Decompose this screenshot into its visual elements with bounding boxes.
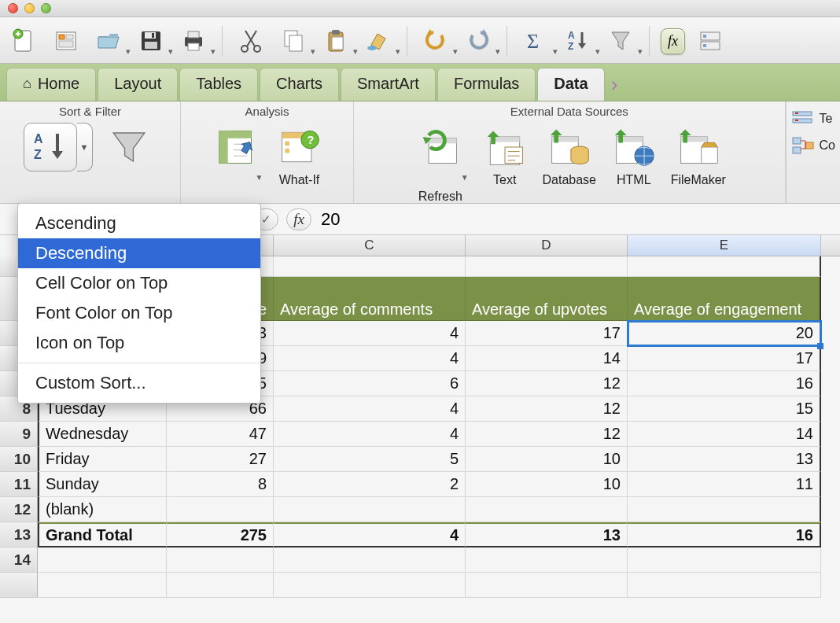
fx-toolbox-button[interactable]: fx	[661, 28, 685, 54]
menu-item-cell-color-on-top[interactable]: Cell Color on Top	[18, 268, 260, 298]
cell[interactable]: Grand Total	[38, 522, 167, 547]
cell[interactable]: 2	[274, 472, 466, 497]
cell[interactable]: 17	[466, 321, 628, 346]
row-header[interactable]: 10	[0, 447, 38, 472]
tab-tables[interactable]: Tables	[179, 68, 258, 101]
cell[interactable]	[38, 573, 167, 598]
sort-button[interactable]: AZ ▼	[24, 123, 93, 171]
cell[interactable]: 13	[466, 522, 628, 547]
cell[interactable]: 11	[628, 472, 821, 497]
tab-charts[interactable]: Charts	[260, 68, 339, 101]
import-database-button[interactable]: Database	[541, 120, 598, 187]
save-icon[interactable]	[134, 24, 168, 58]
formula-input[interactable]	[319, 208, 835, 231]
tab-smartart[interactable]: SmartArt	[341, 68, 436, 101]
column-header-selected[interactable]: E	[628, 235, 821, 256]
cell[interactable]	[274, 573, 466, 598]
cell[interactable]	[466, 573, 628, 598]
cell[interactable]: 14	[628, 422, 821, 447]
pivottable-button[interactable]: ▼	[207, 120, 263, 188]
cell[interactable]	[628, 497, 821, 522]
ribbon-overflow-arrow[interactable]: ›	[611, 72, 618, 97]
cell[interactable]: 10	[466, 472, 628, 497]
cell[interactable]: Friday	[38, 447, 167, 472]
zoom-window-button[interactable]	[41, 3, 51, 13]
row-header[interactable]: 14	[0, 547, 38, 573]
tab-formulas[interactable]: Formulas	[437, 68, 536, 101]
cut-icon[interactable]	[234, 24, 268, 58]
menu-item-descending[interactable]: Descending	[18, 238, 260, 268]
row-header[interactable]: 13	[0, 522, 38, 547]
cell[interactable]: 14	[466, 346, 628, 371]
open-icon[interactable]	[91, 24, 126, 58]
cell[interactable]: 17	[628, 346, 821, 371]
import-html-button[interactable]: HTML	[606, 120, 662, 187]
cell[interactable]: 4	[274, 346, 466, 371]
whatif-button[interactable]: ? What-If	[271, 120, 328, 187]
cell[interactable]: 12	[466, 371, 628, 396]
cell[interactable]: 13	[628, 447, 821, 472]
cell[interactable]	[466, 497, 628, 522]
cell[interactable]: 27	[167, 447, 274, 472]
cell[interactable]: 12	[466, 422, 628, 447]
consolidate-button[interactable]: Co	[791, 136, 835, 155]
row-header[interactable]: 9	[0, 422, 38, 447]
copy-icon[interactable]	[276, 24, 311, 58]
filter-button[interactable]	[101, 120, 157, 171]
print-icon[interactable]	[176, 24, 211, 58]
cell[interactable]	[38, 547, 167, 573]
cell[interactable]: 275	[167, 522, 274, 547]
tab-data[interactable]: Data	[537, 68, 604, 101]
format-painter-icon[interactable]	[361, 24, 396, 58]
cell[interactable]: 15	[628, 396, 821, 422]
cell[interactable]: 4	[274, 396, 466, 422]
cell[interactable]: 4	[274, 422, 466, 447]
cell[interactable]: 6	[274, 371, 466, 396]
cell[interactable]	[274, 256, 466, 277]
cell[interactable]	[628, 547, 821, 573]
selection-handle[interactable]	[817, 343, 823, 349]
row-header[interactable]	[0, 573, 38, 598]
cell[interactable]: 8	[167, 472, 274, 497]
cell[interactable]	[466, 547, 628, 573]
redo-icon[interactable]	[461, 24, 496, 58]
import-filemaker-button[interactable]: FileMaker	[670, 120, 727, 187]
menu-item-custom-sort[interactable]: Custom Sort...	[18, 368, 260, 398]
cell[interactable]: 4	[274, 522, 466, 547]
refresh-button[interactable]: ▼ Refresh	[412, 120, 469, 204]
templates-icon[interactable]	[49, 24, 83, 58]
filter-funnel-icon[interactable]	[603, 24, 638, 58]
close-window-button[interactable]	[8, 3, 18, 13]
selected-cell[interactable]: 20	[628, 321, 821, 346]
menu-item-icon-on-top[interactable]: Icon on Top	[18, 328, 260, 358]
minimize-window-button[interactable]	[24, 3, 35, 13]
cell[interactable]	[628, 256, 821, 277]
cell[interactable]	[466, 256, 628, 277]
cell[interactable]: 16	[628, 522, 821, 547]
cell[interactable]: 16	[628, 371, 821, 396]
menu-item-font-color-on-top[interactable]: Font Color on Top	[18, 298, 260, 328]
tab-layout[interactable]: Layout	[98, 68, 178, 101]
insert-function-button[interactable]: fx	[286, 208, 311, 230]
cell[interactable]: 10	[466, 447, 628, 472]
cell[interactable]: 47	[167, 422, 274, 447]
import-text-button[interactable]: Text	[477, 120, 533, 187]
text-to-columns-button[interactable]: Te	[791, 109, 835, 128]
autosum-icon[interactable]: Σ	[518, 24, 553, 58]
toolbox-icon[interactable]	[693, 24, 728, 58]
row-header[interactable]: 11	[0, 472, 38, 497]
sort-az-icon[interactable]: AZ	[561, 24, 595, 58]
sort-dropdown-arrow[interactable]: ▼	[77, 123, 93, 171]
row-header[interactable]: 12	[0, 497, 38, 522]
cell[interactable]	[628, 573, 821, 598]
new-workbook-icon[interactable]	[6, 24, 41, 58]
cell[interactable]	[167, 573, 274, 598]
cell[interactable]	[167, 547, 274, 573]
cell[interactable]	[167, 497, 274, 522]
undo-icon[interactable]	[418, 24, 453, 58]
cell[interactable]: (blank)	[38, 497, 167, 522]
cell[interactable]: 5	[274, 447, 466, 472]
cell[interactable]	[274, 497, 466, 522]
cell[interactable]: 4	[274, 321, 466, 346]
column-header[interactable]: C	[274, 235, 466, 256]
